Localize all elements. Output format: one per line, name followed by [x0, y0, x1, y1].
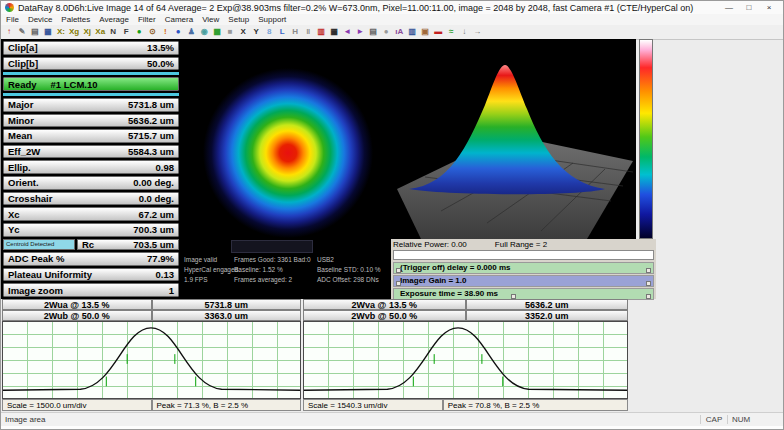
- maximize-button[interactable]: □: [739, 3, 759, 12]
- relative-power-bar: [393, 250, 654, 260]
- x-clear-icon[interactable]: X:: [55, 26, 67, 38]
- rc-readout[interactable]: Rc703.5 um: [77, 239, 179, 251]
- grid-icon[interactable]: ▦: [328, 26, 340, 38]
- beam-3d-view[interactable]: [391, 39, 636, 239]
- wvb-label-cell[interactable]: 2Wvb @ 50.0 %: [303, 310, 466, 321]
- u-profile-curve: [3, 322, 300, 398]
- trigger-delay-slider[interactable]: (Trigger off) delay = 0.000 ms: [393, 262, 654, 274]
- caps-lock-indicator: CAP: [700, 415, 727, 424]
- yc-readout[interactable]: Yc700.3 um: [3, 223, 179, 237]
- arrow-right-icon[interactable]: ►: [354, 26, 366, 38]
- histogram-icon[interactable]: ▥: [315, 26, 327, 38]
- x-axis-icon[interactable]: X: [237, 26, 249, 38]
- close-button[interactable]: ×: [759, 3, 779, 12]
- l-icon[interactable]: L: [276, 26, 288, 38]
- centroid-row: Centroid Detected Rc703.5 um: [3, 239, 179, 251]
- u-profile-header: 2Wua @ 13.5 % 5731.8 um 2Wub @ 50.0 % 33…: [2, 299, 301, 321]
- beam-2d-image: [181, 39, 391, 253]
- mean-readout[interactable]: Mean5715.7 um: [3, 129, 179, 143]
- wva-value-cell: 5636.2 um: [466, 299, 629, 310]
- capture-icon[interactable]: ↑: [3, 26, 15, 38]
- menu-item[interactable]: Palettes: [61, 15, 90, 24]
- wua-label-cell[interactable]: 2Wua @ 13.5 %: [2, 299, 152, 310]
- next-icon[interactable]: →: [471, 26, 483, 38]
- minor-readout[interactable]: Minor5636.2 um: [3, 114, 179, 128]
- status-ready-button[interactable]: Ready#1 LCM.10: [3, 77, 179, 91]
- centroid-detected-badge[interactable]: Centroid Detected: [3, 239, 75, 251]
- ellipticity-readout[interactable]: Ellip.0.98: [3, 160, 179, 174]
- menu-item[interactable]: File: [6, 15, 19, 24]
- mask-icon[interactable]: ■: [224, 26, 236, 38]
- clip-a-button[interactable]: Clip[a]13.5%: [3, 41, 179, 55]
- menu-item[interactable]: View: [202, 15, 219, 24]
- profile8-icon[interactable]: 8: [263, 26, 275, 38]
- minimize-button[interactable]: —: [719, 3, 739, 12]
- y-axis-icon[interactable]: Y: [250, 26, 262, 38]
- print2-icon[interactable]: ▤: [367, 26, 379, 38]
- menu-item[interactable]: Setup: [228, 15, 249, 24]
- beam-2d-view[interactable]: Image valid HyperCal engaged. 1.9 FPS Fr…: [181, 39, 391, 299]
- xg-icon[interactable]: Xg: [68, 26, 80, 38]
- u-profile-chart[interactable]: [2, 321, 301, 399]
- menu-bar: FileDevicePalettesAverageFilterCameraVie…: [1, 14, 783, 25]
- h-icon[interactable]: H: [289, 26, 301, 38]
- down-icon[interactable]: ↓: [458, 26, 470, 38]
- beam-display-button[interactable]: [231, 240, 313, 253]
- wub-label-cell[interactable]: 2Wub @ 50.0 %: [2, 310, 152, 321]
- f-icon[interactable]: F: [120, 26, 132, 38]
- orientation-readout[interactable]: Orient.0.00 deg.: [3, 176, 179, 190]
- trend-icon[interactable]: ≈: [445, 26, 457, 38]
- u-peak-text: Peak = 71.3 %, B = 2.5 %: [152, 399, 302, 411]
- menu-item[interactable]: Camera: [165, 15, 193, 24]
- menu-item[interactable]: Filter: [138, 15, 156, 24]
- adc-peak-readout[interactable]: ADC Peak %77.9%: [3, 252, 179, 266]
- slider-handle[interactable]: [646, 281, 651, 286]
- users-icon[interactable]: ♟: [185, 26, 197, 38]
- frames-good-text: Frames Good: 3361 Bad:0: [234, 255, 317, 265]
- save-icon[interactable]: ▦: [42, 26, 54, 38]
- print-icon[interactable]: ▤: [29, 26, 41, 38]
- stats-icon[interactable]: ▥: [406, 26, 418, 38]
- beam-3d-surface: [391, 39, 636, 239]
- wva-label-cell[interactable]: 2Wva @ 13.5 %: [303, 299, 466, 310]
- clip-b-button[interactable]: Clip[b]50.0%: [3, 57, 179, 71]
- sphere-icon[interactable]: ●: [380, 26, 392, 38]
- timer-icon[interactable]: ⊙: [146, 26, 158, 38]
- adc-offset-text: ADC Offset: 298 DNs: [317, 275, 389, 285]
- app-window: DataRay 8.0D6h:Live Image 14 of 64 Avera…: [0, 0, 784, 430]
- pause-icon[interactable]: ‖: [302, 26, 314, 38]
- wua-value-cell: 5731.8 um: [152, 299, 302, 310]
- u-profile-scalebar: Scale = 1500.0 um/div Peak = 71.3 %, B =…: [2, 399, 301, 411]
- stop-icon[interactable]: ●: [172, 26, 184, 38]
- eff2w-readout[interactable]: Eff_2W5584.3 um: [3, 145, 179, 159]
- menu-item[interactable]: Support: [258, 15, 286, 24]
- xc-readout[interactable]: Xc67.2 um: [3, 207, 179, 221]
- n-icon[interactable]: N: [107, 26, 119, 38]
- plateau-uniformity-readout[interactable]: Plateau Uniformity0.13: [3, 268, 179, 282]
- pencil-icon[interactable]: ✎: [16, 26, 28, 38]
- arrow-left-icon[interactable]: ◄: [341, 26, 353, 38]
- menu-item[interactable]: Average: [99, 15, 129, 24]
- hypercal-text: HyperCal engaged.: [184, 265, 234, 275]
- slider-handle[interactable]: [396, 281, 401, 286]
- v-profile-chart[interactable]: [303, 321, 628, 399]
- slider-handle[interactable]: [646, 268, 651, 273]
- palette-select-icon[interactable]: ▩: [211, 26, 223, 38]
- imager-gain-slider[interactable]: Imager Gain = 1.0: [393, 275, 654, 287]
- image-zoom-readout[interactable]: Image zoom1: [3, 283, 179, 297]
- image-icon[interactable]: ▣: [419, 26, 431, 38]
- crosshair-readout[interactable]: Crosshair0.0 deg.: [3, 192, 179, 206]
- menu-item[interactable]: Device: [28, 15, 52, 24]
- font-icon[interactable]: ıA: [393, 26, 405, 38]
- xj-icon[interactable]: Xj: [81, 26, 93, 38]
- num-lock-indicator: NUM: [727, 415, 754, 424]
- xa-icon[interactable]: Xa: [94, 26, 106, 38]
- slider-handle[interactable]: [396, 268, 401, 273]
- run-icon[interactable]: ●: [133, 26, 145, 38]
- main-area: Clip[a]13.5% Clip[b]50.0% Ready#1 LCM.10…: [1, 39, 784, 299]
- baseline-text: Baseline: 1.52 %: [234, 265, 317, 275]
- major-readout[interactable]: Major5731.8 um: [3, 98, 179, 112]
- redbar-icon[interactable]: ▬: [432, 26, 444, 38]
- alert-icon[interactable]: !: [159, 26, 171, 38]
- camera-icon[interactable]: ◉: [198, 26, 210, 38]
